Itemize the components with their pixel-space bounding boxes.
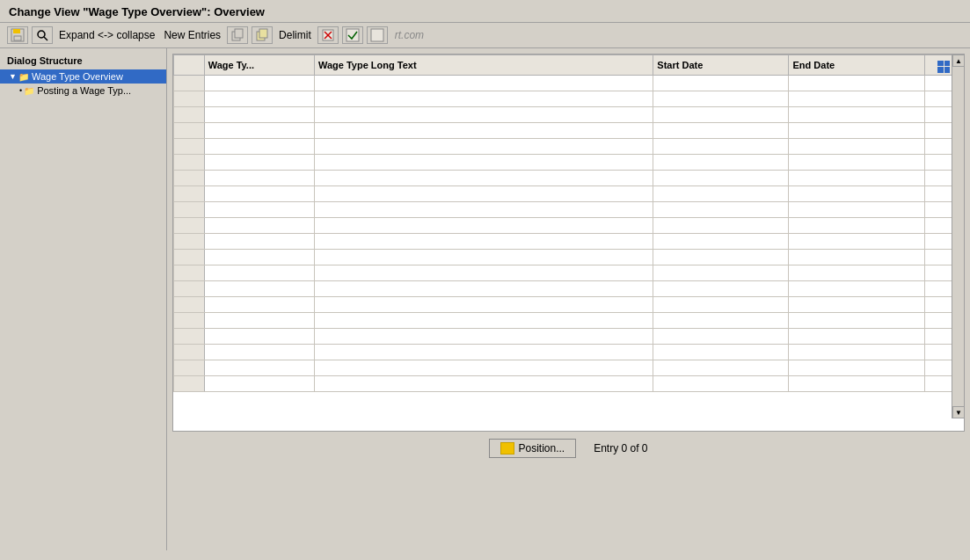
cell-end-date[interactable]: [789, 249, 924, 265]
expand-collapse-label[interactable]: Expand <-> collapse: [56, 28, 157, 42]
cell-start-date[interactable]: [653, 75, 789, 91]
cell-start-date[interactable]: [653, 312, 789, 328]
toolbar-btn-deselect[interactable]: [367, 26, 388, 44]
row-select[interactable]: [174, 138, 205, 154]
toolbar-btn-delete[interactable]: [317, 26, 339, 44]
cell-long-text[interactable]: [314, 344, 653, 360]
cell-end-date[interactable]: [789, 375, 924, 391]
cell-long-text[interactable]: [314, 375, 653, 391]
cell-start-date[interactable]: [653, 265, 789, 280]
row-select[interactable]: [174, 185, 205, 201]
toolbar-btn-copy[interactable]: [227, 26, 248, 44]
scroll-up-button[interactable]: ▲: [952, 55, 965, 67]
cell-wage-type[interactable]: [204, 106, 314, 122]
cell-end-date[interactable]: [789, 75, 924, 91]
sidebar-item-posting-wage-type[interactable]: • 📁 Posting a Wage Typ...: [0, 84, 166, 98]
cell-end-date[interactable]: [789, 328, 924, 344]
cell-end-date[interactable]: [789, 280, 924, 296]
row-select[interactable]: [174, 91, 205, 106]
cell-wage-type[interactable]: [204, 328, 314, 344]
cell-end-date[interactable]: [789, 360, 924, 375]
cell-wage-type[interactable]: [204, 138, 314, 154]
cell-end-date[interactable]: [789, 138, 924, 154]
cell-start-date[interactable]: [653, 106, 789, 122]
sidebar-item-wage-type-overview[interactable]: ▼ 📁 Wage Type Overview: [0, 69, 166, 84]
cell-end-date[interactable]: [789, 170, 924, 185]
cell-start-date[interactable]: [653, 233, 789, 249]
toolbar-btn-check[interactable]: [342, 26, 363, 44]
cell-wage-type[interactable]: [204, 360, 314, 375]
cell-wage-type[interactable]: [204, 91, 314, 106]
cell-wage-type[interactable]: [204, 233, 314, 249]
cell-long-text[interactable]: [314, 91, 653, 106]
row-select[interactable]: [174, 170, 205, 185]
cell-start-date[interactable]: [653, 360, 789, 375]
row-select[interactable]: [174, 201, 205, 217]
cell-end-date[interactable]: [789, 185, 924, 201]
cell-long-text[interactable]: [314, 154, 653, 170]
position-button[interactable]: Position...: [489, 439, 576, 458]
cell-end-date[interactable]: [789, 344, 924, 360]
cell-end-date[interactable]: [789, 106, 924, 122]
cell-wage-type[interactable]: [204, 185, 314, 201]
cell-wage-type[interactable]: [204, 170, 314, 185]
cell-long-text[interactable]: [314, 122, 653, 138]
cell-start-date[interactable]: [653, 122, 789, 138]
cell-wage-type[interactable]: [204, 312, 314, 328]
row-select[interactable]: [174, 249, 205, 265]
cell-start-date[interactable]: [653, 154, 789, 170]
toolbar-btn-search[interactable]: [32, 26, 53, 44]
toolbar-btn-copy2[interactable]: [252, 26, 273, 44]
cell-end-date[interactable]: [789, 296, 924, 312]
cell-end-date[interactable]: [789, 154, 924, 170]
cell-end-date[interactable]: [789, 201, 924, 217]
row-select[interactable]: [174, 106, 205, 122]
cell-wage-type[interactable]: [204, 154, 314, 170]
delimit-label[interactable]: Delimit: [276, 28, 314, 42]
cell-start-date[interactable]: [653, 217, 789, 233]
cell-start-date[interactable]: [653, 201, 789, 217]
cell-start-date[interactable]: [653, 328, 789, 344]
cell-end-date[interactable]: [789, 91, 924, 106]
cell-start-date[interactable]: [653, 280, 789, 296]
new-entries-label[interactable]: New Entries: [161, 28, 223, 42]
cell-long-text[interactable]: [314, 249, 653, 265]
cell-long-text[interactable]: [314, 312, 653, 328]
cell-long-text[interactable]: [314, 217, 653, 233]
cell-long-text[interactable]: [314, 75, 653, 91]
cell-long-text[interactable]: [314, 138, 653, 154]
scroll-down-button[interactable]: ▼: [952, 406, 965, 418]
row-select[interactable]: [174, 122, 205, 138]
toolbar-btn-save[interactable]: [7, 26, 28, 44]
horizontal-scrollbar[interactable]: ◄ ► ⋯ ◄ ►: [173, 431, 964, 432]
cell-long-text[interactable]: [314, 296, 653, 312]
cell-long-text[interactable]: [314, 106, 653, 122]
cell-start-date[interactable]: [653, 170, 789, 185]
row-select[interactable]: [174, 154, 205, 170]
row-select[interactable]: [174, 328, 205, 344]
row-select[interactable]: [174, 375, 205, 391]
cell-start-date[interactable]: [653, 296, 789, 312]
row-select[interactable]: [174, 75, 205, 91]
cell-wage-type[interactable]: [204, 249, 314, 265]
cell-wage-type[interactable]: [204, 122, 314, 138]
cell-wage-type[interactable]: [204, 280, 314, 296]
row-select[interactable]: [174, 217, 205, 233]
cell-long-text[interactable]: [314, 185, 653, 201]
row-select[interactable]: [174, 233, 205, 249]
cell-end-date[interactable]: [789, 217, 924, 233]
cell-start-date[interactable]: [653, 138, 789, 154]
cell-wage-type[interactable]: [204, 375, 314, 391]
cell-end-date[interactable]: [789, 233, 924, 249]
cell-long-text[interactable]: [314, 328, 653, 344]
cell-wage-type[interactable]: [204, 201, 314, 217]
vertical-scrollbar[interactable]: ▲ ▼: [952, 55, 964, 418]
cell-wage-type[interactable]: [204, 265, 314, 280]
cell-start-date[interactable]: [653, 185, 789, 201]
row-select[interactable]: [174, 360, 205, 375]
cell-wage-type[interactable]: [204, 75, 314, 91]
row-select[interactable]: [174, 296, 205, 312]
row-select[interactable]: [174, 265, 205, 280]
cell-start-date[interactable]: [653, 344, 789, 360]
cell-start-date[interactable]: [653, 249, 789, 265]
